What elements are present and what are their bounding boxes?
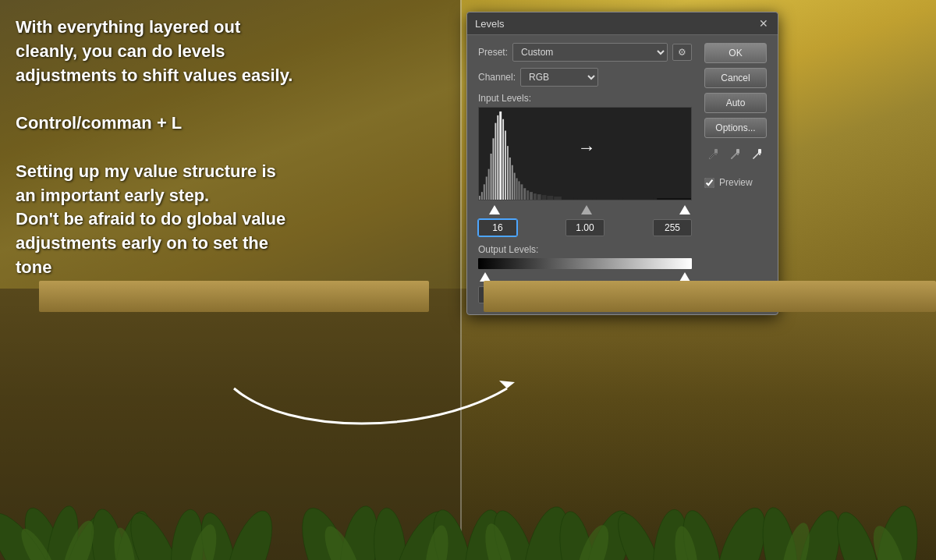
preset-gear-button[interactable]: ⚙ (672, 44, 692, 61)
levels-dialog: Levels ✕ Preset: Custom ⚙ Channel: RGB I… (466, 12, 778, 315)
channel-row: Channel: RGB (478, 68, 692, 87)
svg-rect-23 (534, 193, 537, 200)
svg-rect-35 (715, 153, 717, 155)
svg-rect-22 (530, 192, 533, 200)
preview-row: Preview (704, 177, 767, 188)
svg-rect-26 (547, 196, 553, 200)
channel-select[interactable]: RGB (520, 68, 598, 87)
text-line-2: cleanly, you can do levels (16, 41, 225, 61)
cancel-button[interactable]: Cancel (704, 68, 767, 88)
text-line-9: tone (16, 257, 51, 277)
preset-row: Preset: Custom ⚙ (478, 43, 692, 62)
black-eyedropper-button[interactable] (706, 146, 722, 165)
histogram-svg: → (479, 108, 691, 200)
svg-rect-29 (577, 197, 592, 200)
options-button[interactable]: Options... (704, 118, 767, 138)
svg-rect-14 (509, 158, 511, 200)
svg-text:→: → (577, 137, 595, 158)
svg-rect-9 (497, 115, 498, 200)
svg-rect-28 (562, 197, 574, 200)
dialog-title: Levels (475, 18, 505, 30)
svg-rect-11 (502, 119, 504, 200)
channel-label: Channel: (478, 72, 516, 83)
svg-rect-27 (554, 197, 562, 200)
svg-rect-25 (542, 195, 547, 200)
table-right (484, 281, 936, 312)
input-levels-label: Input Levels: (478, 93, 692, 104)
svg-rect-19 (520, 184, 523, 200)
dialog-titlebar: Levels ✕ (467, 12, 778, 35)
svg-rect-31 (623, 197, 654, 200)
svg-rect-15 (512, 165, 513, 200)
svg-rect-1 (479, 196, 480, 200)
preset-label: Preset: (478, 47, 508, 58)
svg-rect-6 (491, 154, 492, 200)
text-line-6: an important early step. (16, 186, 209, 205)
midpoint-slider[interactable] (581, 205, 592, 214)
ok-button[interactable]: OK (704, 43, 767, 63)
svg-rect-3 (484, 184, 485, 200)
input-white-value[interactable] (653, 219, 692, 236)
svg-rect-13 (507, 146, 509, 200)
svg-rect-21 (526, 190, 529, 200)
output-levels-label: Output Levels: (478, 244, 692, 255)
svg-rect-7 (492, 138, 494, 200)
svg-rect-4 (486, 177, 488, 200)
svg-rect-20 (523, 188, 526, 200)
dialog-buttons-panel: OK Cancel Auto Options... (704, 43, 767, 303)
svg-rect-8 (495, 123, 496, 200)
input-gamma-value[interactable] (566, 219, 604, 236)
panel-divider (460, 0, 462, 560)
dialog-main-area: Preset: Custom ⚙ Channel: RGB Input Leve… (478, 43, 692, 303)
svg-rect-17 (516, 178, 518, 200)
output-gradient-track (478, 258, 692, 269)
input-slider-container (478, 205, 692, 216)
black-point-slider[interactable] (489, 205, 500, 214)
instruction-text: With everything layered out cleanly, you… (16, 16, 445, 280)
auto-button[interactable]: Auto (704, 93, 767, 113)
preview-checkbox[interactable] (704, 178, 714, 188)
eyedropper-tools (704, 146, 767, 165)
svg-rect-39 (759, 153, 760, 155)
text-line-1: With everything layered out (16, 17, 240, 37)
input-values-row (478, 219, 692, 236)
text-line-3: adjustments to shift values easily. (16, 66, 292, 85)
gray-eyedropper-button[interactable] (728, 146, 743, 165)
table-left (39, 281, 429, 312)
svg-rect-16 (514, 173, 516, 200)
text-line-8: adjustments early on to set the (16, 233, 268, 253)
preset-select[interactable]: Custom (512, 43, 668, 62)
input-slider-track-area (478, 205, 692, 216)
white-eyedropper-button[interactable] (750, 146, 765, 165)
input-black-value[interactable] (478, 219, 517, 236)
svg-rect-24 (537, 194, 541, 200)
svg-rect-5 (488, 169, 490, 200)
svg-rect-32 (657, 198, 691, 200)
preview-label[interactable]: Preview (719, 177, 753, 188)
dialog-close-button[interactable]: ✕ (757, 17, 770, 30)
svg-rect-12 (505, 131, 506, 200)
svg-rect-18 (519, 181, 520, 200)
svg-rect-2 (481, 192, 483, 200)
text-shortcut: Control/comman + L (16, 113, 182, 133)
text-line-5: Setting up my value structure is (16, 161, 276, 181)
svg-rect-37 (737, 153, 739, 155)
svg-rect-10 (499, 112, 502, 200)
dialog-body: Preset: Custom ⚙ Channel: RGB Input Leve… (467, 35, 778, 314)
white-point-slider[interactable] (679, 205, 690, 214)
text-line-7: Don't be afraid to do global value (16, 209, 285, 229)
histogram-area: → (478, 107, 692, 200)
svg-rect-30 (597, 197, 619, 200)
